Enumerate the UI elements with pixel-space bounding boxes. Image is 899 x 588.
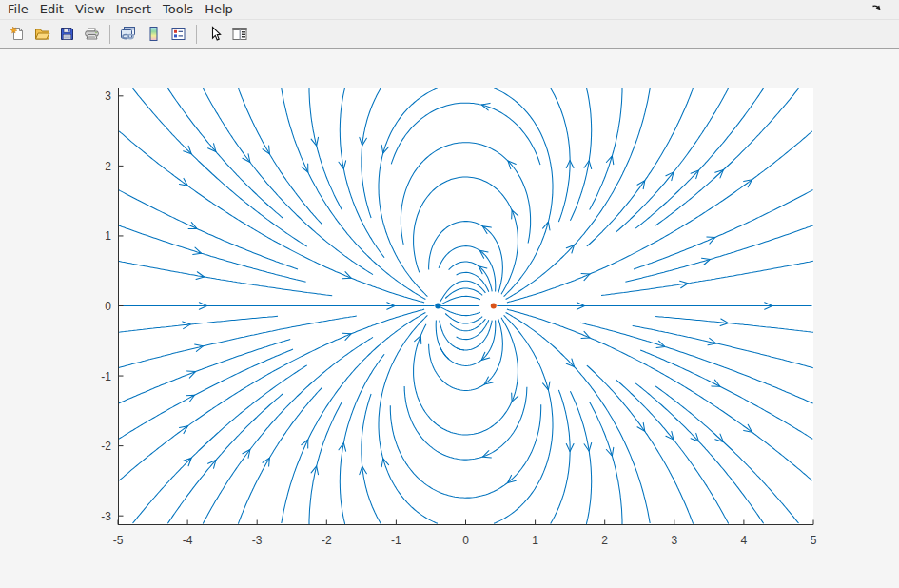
toolbar-separator xyxy=(109,25,110,44)
x-tick-label: -5 xyxy=(113,534,124,547)
x-tick-label: 4 xyxy=(741,534,748,547)
x-tick-label: -4 xyxy=(183,534,193,547)
edit-plot-button[interactable] xyxy=(204,23,226,46)
pointer-icon xyxy=(207,26,224,42)
figure-window: FileEditViewInsertToolsHelp -5-4-3-2-101… xyxy=(0,0,899,588)
y-tick-label: 3 xyxy=(105,89,111,103)
x-tick-label: -3 xyxy=(252,534,263,547)
menu-item-file[interactable]: File xyxy=(2,0,34,19)
menu-bar: FileEditViewInsertToolsHelp xyxy=(0,0,899,20)
menu-item-view[interactable]: View xyxy=(69,0,110,19)
x-tick-label: 2 xyxy=(601,534,608,547)
legend-icon xyxy=(170,26,186,42)
insert-colorbar-button[interactable] xyxy=(142,23,165,46)
sink-marker xyxy=(435,304,440,309)
y-tick-label: 0 xyxy=(105,300,111,313)
save-icon xyxy=(59,26,75,42)
print-figure-button[interactable] xyxy=(80,23,103,46)
toolbar-separator xyxy=(196,25,197,44)
menu-item-help[interactable]: Help xyxy=(199,0,239,19)
y-tick-label: -3 xyxy=(101,510,111,523)
x-tick-label: 3 xyxy=(671,534,677,547)
x-tick-label: -2 xyxy=(322,534,332,547)
x-tick-label: 5 xyxy=(811,534,817,547)
colorbar-icon xyxy=(146,26,162,42)
x-tick-label: 1 xyxy=(532,534,538,547)
x-tick-label: 0 xyxy=(462,534,469,547)
toolbar xyxy=(0,20,899,49)
link-figure-icon xyxy=(120,26,137,42)
new-document-icon xyxy=(10,26,26,42)
figure-canvas: -5-4-3-2-1012345-3-2-10123 xyxy=(0,49,899,588)
open-file-button[interactable] xyxy=(30,23,53,46)
y-tick-label: 1 xyxy=(105,229,111,243)
dock-arrow-icon[interactable] xyxy=(870,2,884,15)
y-tick-label: 2 xyxy=(105,160,111,173)
print-icon xyxy=(84,26,100,42)
link-figure-button[interactable] xyxy=(117,23,140,46)
save-figure-button[interactable] xyxy=(55,23,78,46)
streamline-plot: -5-4-3-2-1012345-3-2-10123 xyxy=(0,49,899,588)
plot-browser-button[interactable] xyxy=(228,23,251,46)
plot-browser-icon xyxy=(231,26,248,42)
new-figure-button[interactable] xyxy=(6,23,29,46)
menu-item-insert[interactable]: Insert xyxy=(110,0,157,19)
menu-item-tools[interactable]: Tools xyxy=(157,0,199,19)
menu-item-edit[interactable]: Edit xyxy=(34,0,69,19)
y-tick-label: -1 xyxy=(101,370,111,383)
y-tick-label: -2 xyxy=(101,440,111,453)
insert-legend-button[interactable] xyxy=(166,23,189,46)
x-tick-label: -1 xyxy=(391,534,401,547)
open-folder-icon xyxy=(34,26,50,42)
source-marker xyxy=(491,304,497,309)
